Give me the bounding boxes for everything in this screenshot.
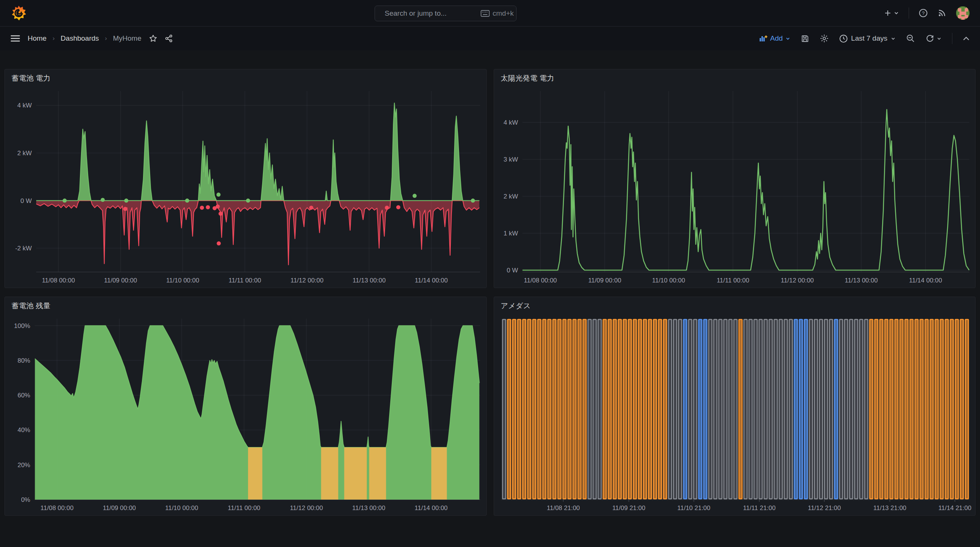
svg-text:0 W: 0 W [506, 267, 518, 274]
new-button[interactable] [884, 10, 899, 17]
chevron-down-icon [894, 10, 899, 16]
rss-icon [937, 9, 947, 17]
battery-soc-chart[interactable]: 0%20%40%60%80%100%11/08 00:0011/09 00:00… [8, 314, 483, 513]
panel-title[interactable]: 太陽光発電 電力 [494, 70, 975, 87]
breadcrumb-home[interactable]: Home [28, 34, 47, 43]
add-panel-icon [759, 35, 767, 42]
svg-text:3 kW: 3 kW [503, 156, 518, 163]
news-button[interactable] [937, 9, 947, 17]
global-search[interactable]: cmd+k [375, 6, 517, 21]
menu-toggle[interactable] [10, 34, 20, 43]
shortcut-label: cmd+k [493, 10, 514, 17]
svg-text:11/09 00:00: 11/09 00:00 [588, 277, 621, 284]
breadcrumb-dashboards[interactable]: Dashboards [60, 34, 99, 43]
svg-text:11/12 00:00: 11/12 00:00 [291, 277, 323, 284]
breadcrumb-separator: › [105, 35, 107, 42]
search-input[interactable] [384, 9, 477, 18]
svg-text:11/09 00:00: 11/09 00:00 [103, 504, 135, 512]
battery-power-chart[interactable]: -2 kW0 W2 kW4 kW11/08 00:0011/09 00:0011… [8, 87, 483, 285]
amedas-chart[interactable]: 11/08 21:0011/09 21:0011/10 21:0011/11 2… [497, 314, 972, 513]
add-label: Add [770, 34, 783, 43]
svg-text:40%: 40% [18, 427, 30, 434]
svg-text:11/13 00:00: 11/13 00:00 [353, 277, 385, 284]
chevron-down-icon [891, 36, 896, 41]
share-button[interactable] [165, 34, 173, 43]
panel-title[interactable]: 蓄電池 残量 [5, 297, 486, 314]
panel-battery-power: 蓄電池 電力 -2 kW0 W2 kW4 kW11/08 00:0011/09 … [5, 69, 487, 288]
svg-text:20%: 20% [18, 461, 30, 469]
add-panel-button[interactable]: Add [759, 34, 790, 43]
grafana-logo[interactable] [10, 5, 27, 21]
breadcrumb-current: MyHome [113, 34, 141, 43]
svg-text:11/12 00:00: 11/12 00:00 [781, 277, 813, 284]
search-shortcut: cmd+k [480, 10, 514, 17]
svg-text:11/13 21:00: 11/13 21:00 [873, 504, 906, 512]
svg-text:11/08 21:00: 11/08 21:00 [547, 504, 580, 512]
svg-text:11/11 21:00: 11/11 21:00 [743, 504, 775, 512]
svg-text:11/11 00:00: 11/11 00:00 [229, 277, 261, 284]
caret-up-icon [963, 36, 970, 41]
svg-text:11/10 00:00: 11/10 00:00 [166, 277, 199, 284]
time-range-picker[interactable]: Last 7 days [839, 34, 896, 43]
solar-power-chart[interactable]: 0 W1 kW2 kW3 kW4 kW11/08 00:0011/09 00:0… [497, 87, 972, 285]
help-icon: ? [919, 9, 928, 17]
panel-battery-soc: 蓄電池 残量 0%20%40%60%80%100%11/08 00:0011/0… [5, 296, 487, 516]
time-range-label: Last 7 days [851, 34, 888, 43]
svg-text:11/14 00:00: 11/14 00:00 [415, 277, 448, 284]
svg-text:11/12 21:00: 11/12 21:00 [807, 504, 840, 512]
star-icon [149, 34, 157, 43]
svg-text:11/09 21:00: 11/09 21:00 [612, 504, 645, 512]
zoom-out-icon [906, 34, 915, 43]
svg-text:11/11 00:00: 11/11 00:00 [228, 504, 260, 512]
svg-text:11/13 00:00: 11/13 00:00 [352, 504, 385, 512]
favorite-button[interactable] [149, 34, 157, 43]
svg-text:1 kW: 1 kW [503, 230, 518, 237]
svg-text:11/12 00:00: 11/12 00:00 [290, 504, 323, 512]
svg-text:11/08 00:00: 11/08 00:00 [40, 504, 73, 512]
svg-text:?: ? [922, 10, 924, 16]
help-button[interactable]: ? [919, 9, 928, 17]
keyboard-icon [480, 10, 490, 17]
svg-text:2 kW: 2 kW [17, 150, 32, 157]
chevron-down-icon [937, 36, 942, 41]
divider [908, 8, 909, 19]
save-icon [801, 34, 809, 43]
svg-text:11/14 00:00: 11/14 00:00 [415, 504, 447, 512]
svg-text:0%: 0% [21, 496, 30, 503]
top-nav-bar: cmd+k ? [0, 0, 980, 27]
dashboard-toolbar: Home › Dashboards › MyHome Add [0, 27, 980, 51]
save-dashboard-button[interactable] [801, 34, 809, 43]
svg-text:4 kW: 4 kW [503, 119, 518, 126]
breadcrumb-separator: › [52, 35, 55, 42]
svg-text:11/10 21:00: 11/10 21:00 [677, 504, 710, 512]
svg-text:11/08 00:00: 11/08 00:00 [523, 277, 557, 284]
svg-text:11/09 00:00: 11/09 00:00 [104, 277, 137, 284]
svg-text:11/10 00:00: 11/10 00:00 [165, 504, 198, 512]
svg-text:4 kW: 4 kW [17, 102, 32, 109]
plus-icon [884, 10, 891, 17]
svg-text:80%: 80% [18, 357, 30, 364]
user-avatar[interactable] [956, 6, 970, 20]
svg-text:11/14 00:00: 11/14 00:00 [909, 277, 942, 284]
collapse-toolbar-button[interactable] [963, 36, 970, 41]
divider [952, 33, 952, 44]
panel-amedas: アメダス 11/08 21:0011/09 21:0011/10 21:0011… [494, 296, 976, 516]
svg-text:2 kW: 2 kW [503, 193, 518, 200]
zoom-out-button[interactable] [906, 34, 915, 43]
svg-text:-2 kW: -2 kW [15, 245, 32, 252]
clock-icon [839, 34, 848, 43]
svg-text:11/10 00:00: 11/10 00:00 [652, 277, 685, 284]
hamburger-icon [10, 34, 20, 43]
svg-text:11/08 00:00: 11/08 00:00 [42, 277, 75, 284]
dashboard-grid: 蓄電池 電力 -2 kW0 W2 kW4 kW11/08 00:0011/09 … [5, 69, 975, 516]
svg-text:11/14 21:00: 11/14 21:00 [938, 504, 971, 512]
refresh-icon [926, 34, 934, 43]
share-icon [165, 34, 173, 43]
svg-text:11/13 00:00: 11/13 00:00 [845, 277, 877, 284]
panel-title[interactable]: 蓄電池 電力 [5, 70, 486, 87]
dashboard-settings-button[interactable] [820, 34, 829, 43]
panel-solar-power: 太陽光発電 電力 0 W1 kW2 kW3 kW4 kW11/08 00:001… [494, 69, 976, 288]
svg-text:11/11 00:00: 11/11 00:00 [716, 277, 749, 284]
refresh-button[interactable] [926, 34, 942, 43]
panel-title[interactable]: アメダス [494, 297, 975, 314]
